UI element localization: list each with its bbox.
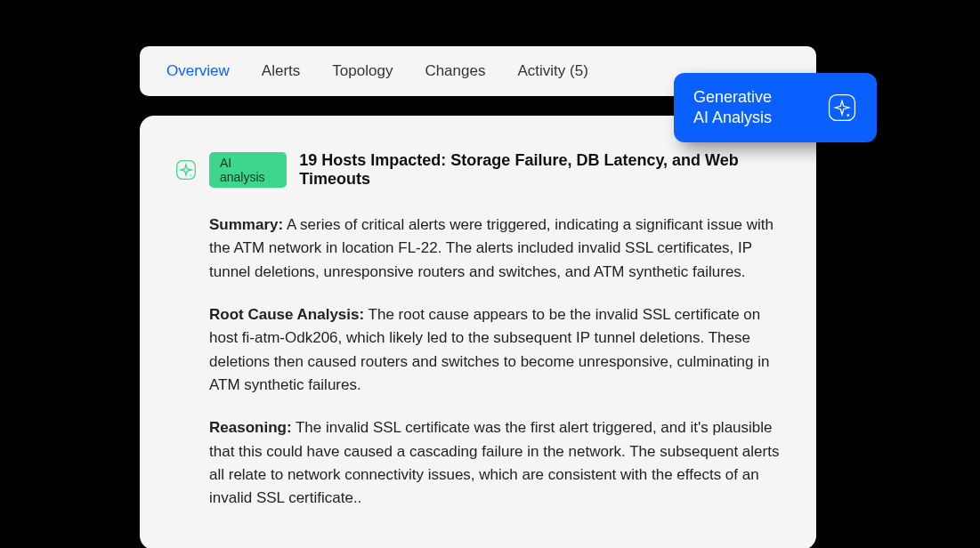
analysis-title: 19 Hosts Impacted: Storage Failure, DB L… <box>299 151 781 189</box>
analysis-root-cause: Root Cause Analysis: The root cause appe… <box>209 303 781 397</box>
svg-point-1 <box>847 114 850 117</box>
analysis-header: AI analysis 19 Hosts Impacted: Storage F… <box>175 151 781 189</box>
generative-ai-button[interactable]: GenerativeAI Analysis <box>674 73 877 142</box>
analysis-reasoning: Reasoning: The invalid SSL certificate w… <box>209 416 781 510</box>
tab-changes[interactable]: Changes <box>425 59 485 84</box>
ai-sparkle-icon <box>175 159 197 181</box>
analysis-card: AI analysis 19 Hosts Impacted: Storage F… <box>140 116 816 548</box>
sparkle-icon <box>827 93 857 123</box>
tab-topology[interactable]: Topology <box>332 59 393 84</box>
analysis-summary: Summary: A series of critical alerts wer… <box>209 214 781 284</box>
tab-alerts[interactable]: Alerts <box>262 59 300 84</box>
generative-ai-label: GenerativeAI Analysis <box>693 87 772 129</box>
tab-overview[interactable]: Overview <box>166 59 230 84</box>
analysis-body: Summary: A series of critical alerts wer… <box>175 214 781 511</box>
svg-point-3 <box>190 174 191 176</box>
ai-analysis-badge: AI analysis <box>209 152 287 188</box>
tab-activity[interactable]: Activity (5) <box>517 59 587 84</box>
svg-rect-0 <box>830 95 855 121</box>
